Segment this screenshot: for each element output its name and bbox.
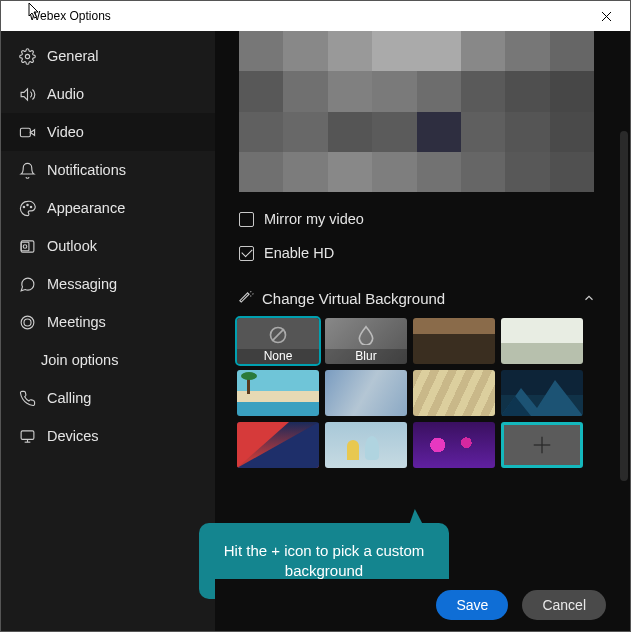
speaker-icon [17,84,37,104]
sidebar-item-label: Devices [47,428,99,444]
checkbox-label: Mirror my video [264,211,364,227]
outlook-icon [17,236,37,256]
monitor-icon [17,426,37,446]
thumb-label: Blur [325,349,407,364]
svg-point-11 [23,318,30,325]
plus-icon [531,434,553,456]
phone-icon [17,388,37,408]
bg-option-add[interactable] [501,422,583,468]
video-preview [239,31,594,192]
section-label: Change Virtual Background [262,290,445,307]
gear-icon [17,46,37,66]
background-grid: None Blur [231,316,614,468]
enable-hd-checkbox[interactable]: Enable HD [231,236,614,270]
chevron-up-icon [582,291,596,305]
sidebar-item-label: Meetings [47,314,106,330]
svg-point-9 [23,244,27,248]
chat-icon [17,274,37,294]
svg-rect-2 [20,128,30,137]
sidebar-item-label: Join options [41,352,118,368]
svg-rect-8 [21,242,29,251]
sidebar-item-audio[interactable]: Audio [1,75,215,113]
meetings-icon [17,312,37,332]
sidebar-item-label: General [47,48,99,64]
sidebar-item-label: Outlook [47,238,97,254]
footer: Save Cancel [215,579,630,631]
cancel-button[interactable]: Cancel [522,590,606,620]
options-window: Webex Options General Audio Video Notifi… [0,0,631,632]
svg-point-10 [21,316,34,329]
sidebar-item-label: Audio [47,86,84,102]
bg-option-abstract1[interactable] [237,422,319,468]
palette-icon [17,198,37,218]
svg-rect-12 [21,430,34,439]
bg-option-pattern[interactable] [413,370,495,416]
checkbox-checked-icon [239,246,254,261]
svg-point-5 [26,204,27,205]
sidebar-item-devices[interactable]: Devices [1,417,215,455]
thumb-label: None [237,349,319,364]
sidebar: General Audio Video Notifications Appear… [1,31,215,631]
svg-marker-3 [30,129,34,135]
checkbox-label: Enable HD [264,245,334,261]
wand-icon [237,290,254,307]
sidebar-item-meetings[interactable]: Meetings [1,303,215,341]
sidebar-item-general[interactable]: General [1,37,215,75]
sidebar-item-messaging[interactable]: Messaging [1,265,215,303]
sidebar-item-label: Appearance [47,200,125,216]
sidebar-item-video[interactable]: Video [1,113,215,151]
sidebar-item-label: Messaging [47,276,117,292]
svg-point-4 [23,206,24,207]
svg-marker-1 [21,88,27,99]
sidebar-item-label: Calling [47,390,91,406]
bg-option-none[interactable]: None [237,318,319,364]
scrollbar[interactable] [620,131,628,481]
mouse-cursor-icon [28,2,42,20]
sidebar-item-calling[interactable]: Calling [1,379,215,417]
svg-point-0 [25,54,29,58]
sidebar-item-notifications[interactable]: Notifications [1,151,215,189]
checkbox-icon [239,212,254,227]
bg-option-office2[interactable] [501,318,583,364]
bg-option-office1[interactable] [413,318,495,364]
sidebar-item-outlook[interactable]: Outlook [1,227,215,265]
window-title: Webex Options [5,9,111,23]
close-icon [601,11,612,22]
video-icon [17,122,37,142]
bg-option-space[interactable] [413,422,495,468]
svg-line-16 [272,329,284,341]
mirror-video-checkbox[interactable]: Mirror my video [231,202,614,236]
titlebar: Webex Options [1,1,630,31]
virtual-background-header[interactable]: Change Virtual Background [231,280,614,316]
sidebar-item-label: Video [47,124,84,140]
bg-option-blur2[interactable] [325,370,407,416]
sidebar-item-join-options[interactable]: Join options [1,341,215,379]
close-button[interactable] [587,11,626,22]
bg-option-mountains[interactable] [501,370,583,416]
callout-text: Hit the + icon to pick a custom backgrou… [215,541,433,582]
bell-icon [17,160,37,180]
save-button[interactable]: Save [436,590,508,620]
sidebar-item-appearance[interactable]: Appearance [1,189,215,227]
bg-option-beach[interactable] [237,370,319,416]
bg-option-blur[interactable]: Blur [325,318,407,364]
window-body: General Audio Video Notifications Appear… [1,31,630,631]
bg-option-3droom[interactable] [325,422,407,468]
svg-point-6 [30,206,31,207]
sidebar-item-label: Notifications [47,162,126,178]
